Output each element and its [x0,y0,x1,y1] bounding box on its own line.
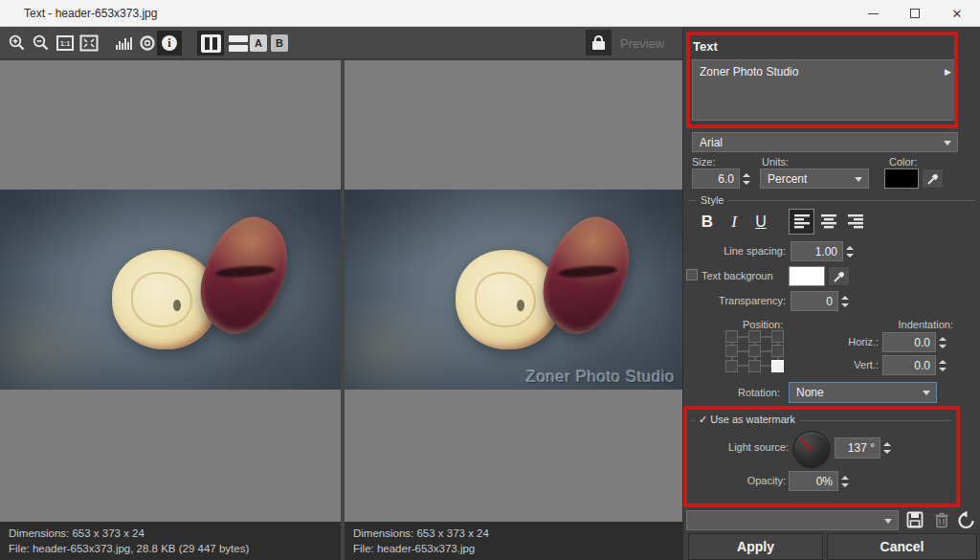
app-window: Text - header-653x373.jpg ✕ 1:1 [0,0,980,560]
vert-stepper[interactable] [938,355,947,375]
spin-down-icon[interactable] [743,181,750,185]
position-middle-center[interactable] [748,345,761,357]
split-horizontal-icon [229,35,248,52]
version-b-icon: B [271,34,288,52]
dimensions-text: Dimensions: 653 x 373 x 24 [9,526,332,541]
vert-input[interactable]: 0.0 [882,355,936,375]
chevron-down-icon [944,141,951,146]
eyedropper-icon [926,172,940,186]
opacity-stepper[interactable] [840,471,850,491]
viewer-panel-original[interactable]: Dimensions: 653 x 373 x 24 File: header-… [0,60,341,560]
save-preset-button[interactable] [903,508,926,531]
horiz-input[interactable]: 0.0 [882,332,936,352]
line-spacing-label: Line spacing: [683,245,786,257]
background-eyedropper-button[interactable] [828,266,850,286]
eyedropper-icon [833,270,846,283]
use-as-watermark-checkbox[interactable]: ✓ Use as watermark [695,414,799,426]
align-right-button[interactable] [842,209,868,235]
apply-button[interactable]: Apply [688,533,823,560]
zoom-in-button[interactable] [6,31,29,56]
position-top-left[interactable] [725,330,738,343]
position-middle-left[interactable] [725,345,738,357]
horiz-stepper[interactable] [938,332,947,352]
window-controls: ✕ [852,0,978,27]
line-spacing-stepper[interactable] [845,241,855,261]
minimize-button[interactable] [852,0,894,27]
close-icon: ✕ [952,8,963,20]
indentation-label: Indentation: [856,319,953,330]
lock-button[interactable] [586,30,612,56]
clipping-warning-button[interactable] [136,31,159,56]
units-select[interactable]: Percent [760,168,869,189]
font-family-select[interactable]: Arial [692,132,958,152]
undo-icon [957,510,976,529]
position-top-right[interactable] [771,330,784,343]
units-label: Units: [762,156,789,168]
light-source-stepper[interactable] [882,437,892,459]
show-edited-button[interactable]: B [269,31,290,56]
file-text: File: header-653x373.jpg [353,541,674,556]
position-middle-right[interactable] [771,345,784,357]
size-label: Size: [692,156,715,168]
compare-side-by-side-button[interactable] [197,31,224,56]
align-left-button[interactable] [789,209,814,235]
light-source-dial[interactable] [793,431,830,467]
transparency-stepper[interactable] [840,291,850,311]
transparency-label: Transparency: [683,295,786,306]
transparency-input[interactable]: 0 [791,291,838,311]
text-background-color-swatch[interactable] [789,266,825,286]
histogram-icon [114,34,135,52]
viewer-panel-preview[interactable]: Zoner Photo Studio Dimensions: 653 x 373… [345,60,682,560]
status-bar-right: Dimensions: 653 x 373 x 24 File: header-… [345,522,682,560]
preview-toggle[interactable]: Preview [620,36,664,51]
position-bottom-center[interactable] [748,360,761,372]
maximize-icon [910,9,920,18]
bold-button[interactable]: B [695,210,720,235]
position-top-center[interactable] [748,330,761,343]
spin-up-icon[interactable] [743,173,750,177]
position-grid[interactable] [725,330,785,372]
size-input[interactable]: 6.0 [692,168,740,189]
chevron-down-icon [884,519,892,524]
show-original-button[interactable]: A [248,31,269,56]
text-color-swatch[interactable] [884,168,919,189]
zoom-out-icon [32,34,51,53]
position-bottom-right[interactable] [771,360,784,372]
light-source-input[interactable]: 137 ° [835,437,880,459]
color-eyedropper-button[interactable] [922,168,944,189]
close-button[interactable]: ✕ [936,0,978,27]
floppy-disk-icon [906,511,924,528]
size-stepper[interactable] [742,168,751,189]
info-button[interactable]: i [157,31,182,56]
position-bottom-left[interactable] [725,360,738,372]
histogram-button[interactable] [112,31,137,56]
photo-preview: Zoner Photo Studio [345,190,682,390]
zoom-out-button[interactable] [30,31,53,56]
opacity-label: Opacity: [709,475,786,486]
preset-select[interactable] [686,510,899,530]
file-text: File: header-653x373.jpg, 28.8 KB (29 44… [9,541,332,556]
delete-preset-button[interactable] [930,508,953,531]
maximize-button[interactable] [894,0,936,27]
insert-variable-arrow-icon[interactable]: ▶ [945,67,951,77]
version-a-icon: A [250,34,267,52]
cancel-button[interactable]: Cancel [827,533,977,560]
text-input[interactable]: Zoner Photo Studio ▶ [692,59,956,121]
rotation-select[interactable]: None [789,382,937,403]
actual-size-button[interactable]: 1:1 [54,31,77,56]
align-center-icon [821,214,836,229]
panel-title: Text [693,39,718,54]
viewer-toolbar: 1:1 i A B Preview [0,27,682,60]
align-center-button[interactable] [815,209,841,235]
fit-to-window-button[interactable] [78,31,100,56]
line-spacing-input[interactable]: 1.00 [791,241,843,261]
circle-icon [139,34,156,52]
style-group-label: Style [697,194,727,206]
position-label: Position: [743,319,783,330]
reset-button[interactable] [955,508,978,531]
italic-button[interactable]: I [722,210,746,235]
info-icon: i [162,35,177,51]
opacity-input[interactable]: 0% [789,471,838,491]
underline-button[interactable]: U [748,210,773,235]
text-background-checkbox[interactable] [686,269,698,280]
